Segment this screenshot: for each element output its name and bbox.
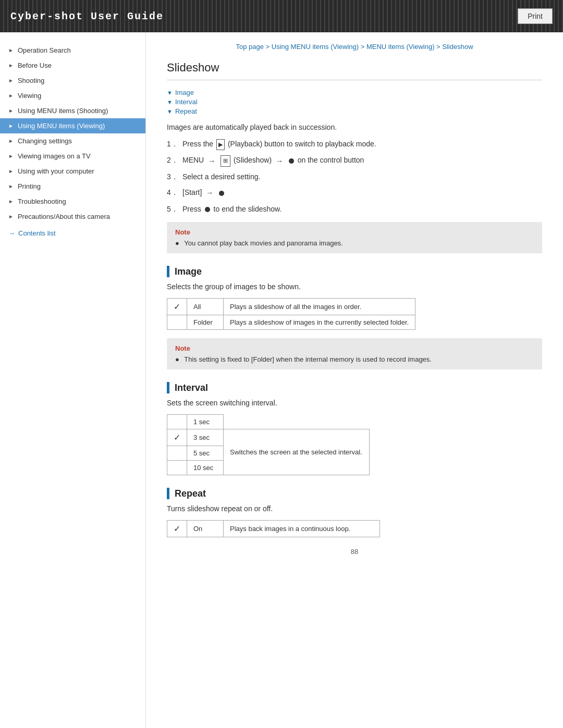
sidebar-item-before-use[interactable]: ►Before Use xyxy=(0,58,145,73)
check-cell xyxy=(167,446,187,461)
page-title: Slideshow xyxy=(167,61,542,80)
breadcrumb-top[interactable]: Top page xyxy=(236,43,264,51)
section-bar xyxy=(167,382,169,393)
print-button[interactable]: Print xyxy=(518,8,553,24)
step-4: 4． [Start] → xyxy=(167,187,542,199)
check-cell xyxy=(167,461,187,475)
header: Cyber-shot User Guide Print xyxy=(0,0,563,32)
arrow-icon: ► xyxy=(8,47,14,53)
sidebar-item-using-menu-items-viewing[interactable]: ►Using MENU items (Viewing) xyxy=(0,118,145,133)
sidebar: ►Operation Search►Before Use►Shooting►Vi… xyxy=(0,32,146,728)
desc-cell: Plays a slideshow of all the images in o… xyxy=(224,299,415,315)
label-cell: 10 sec xyxy=(187,461,224,475)
image-section: Image Selects the group of images to be … xyxy=(167,266,542,369)
arrow-icon: → xyxy=(276,155,283,167)
breadcrumb-slideshow[interactable]: Slideshow xyxy=(442,43,473,51)
sidebar-item-troubleshooting[interactable]: ►Troubleshooting xyxy=(0,194,145,209)
page-number: 88 xyxy=(167,548,542,556)
anchor-repeat[interactable]: ▼ Repeat xyxy=(167,107,542,115)
arrow-icon: ► xyxy=(8,108,14,114)
arrow-icon: ► xyxy=(8,78,14,83)
sidebar-item-operation-search[interactable]: ►Operation Search xyxy=(0,43,145,58)
desc-cell: Plays a slideshow of images in the curre… xyxy=(224,315,415,330)
triangle-icon: ▼ xyxy=(167,108,173,115)
interval-heading: Interval xyxy=(167,382,542,393)
sidebar-item-printing[interactable]: ►Printing xyxy=(0,179,145,194)
sidebar-item-changing-settings[interactable]: ►Changing settings xyxy=(0,133,145,149)
sidebar-item-viewing-images-on-a-tv[interactable]: ►Viewing images on a TV xyxy=(0,149,145,164)
anchor-image[interactable]: ▼ Image xyxy=(167,89,542,96)
breadcrumb-menu-viewing[interactable]: Using MENU items (Viewing) xyxy=(272,43,359,51)
arrow-icon: ► xyxy=(8,214,14,219)
interval-sub-text: Sets the screen switching interval. xyxy=(167,399,542,407)
table-row: Folder Plays a slideshow of images in th… xyxy=(167,315,415,330)
table-row: 1 sec xyxy=(167,415,370,429)
circle-icon xyxy=(205,207,210,212)
arrow-icon: → xyxy=(206,187,213,199)
contents-list-link[interactable]: → Contents list xyxy=(0,224,145,239)
arrow-icon: ► xyxy=(8,168,14,174)
breadcrumb: Top page > Using MENU items (Viewing) > … xyxy=(167,43,542,51)
interval-section: Interval Sets the screen switching inter… xyxy=(167,382,542,475)
circle-icon xyxy=(219,191,224,196)
repeat-section: Repeat Turns slideshow repeat on or off.… xyxy=(167,488,542,537)
note-box-image: Note ● This setting is fixed to [Folder]… xyxy=(167,338,542,369)
triangle-icon: ▼ xyxy=(167,90,173,96)
sidebar-item-shooting[interactable]: ►Shooting xyxy=(0,73,145,88)
note-text-1: ● You cannot play back movies and panora… xyxy=(175,239,534,247)
arrow-icon: ► xyxy=(8,183,14,189)
image-sub-text: Selects the group of images to be shown. xyxy=(167,282,542,291)
label-cell: On xyxy=(187,521,224,537)
desc-cell: Plays back images in a continuous loop. xyxy=(224,521,380,537)
main-content: Top page > Using MENU items (Viewing) > … xyxy=(146,32,563,728)
repeat-table: ✓ On Plays back images in a continuous l… xyxy=(167,520,380,537)
breadcrumb-menu-items[interactable]: MENU items (Viewing) xyxy=(366,43,435,51)
arrow-icon: ► xyxy=(8,123,14,129)
step-3: 3． Select a desired setting. xyxy=(167,171,542,182)
label-cell: 1 sec xyxy=(187,415,224,429)
check-cell: ✓ xyxy=(167,429,187,446)
label-cell: Folder xyxy=(187,315,224,330)
sidebar-item-using-with-your-computer[interactable]: ►Using with your computer xyxy=(0,164,145,179)
label-cell: All xyxy=(187,299,224,315)
arrow-icon: ► xyxy=(8,153,14,159)
repeat-heading: Repeat xyxy=(167,488,542,499)
note-title-image: Note xyxy=(175,344,534,352)
section-bar xyxy=(167,266,169,277)
sidebar-item-precautions/about-this-camera[interactable]: ►Precautions/About this camera xyxy=(0,209,145,224)
note-box-1: Note ● You cannot play back movies and p… xyxy=(167,222,542,253)
sidebar-item-using-menu-items-shooting[interactable]: ►Using MENU items (Shooting) xyxy=(0,103,145,118)
note-text-image: ● This setting is fixed to [Folder] when… xyxy=(175,355,534,363)
step-2: 2． MENU → ⊞ (Slideshow) → on the control… xyxy=(167,154,542,166)
anchor-links: ▼ Image ▼ Interval ▼ Repeat xyxy=(167,89,542,115)
arrow-icon: ► xyxy=(8,199,14,204)
image-heading: Image xyxy=(167,266,542,277)
circle-icon xyxy=(289,158,294,164)
step-1: 1． Press the ▶ (Playback) button to swit… xyxy=(167,138,542,150)
arrow-icon: → xyxy=(208,155,215,167)
check-cell: ✓ xyxy=(167,521,187,537)
label-cell: 5 sec xyxy=(187,446,224,461)
interval-table: 1 sec✓ 3 sec Switches the screen at the … xyxy=(167,414,370,475)
desc-cell: Switches the screen at the selected inte… xyxy=(224,429,370,475)
image-table: ✓ All Plays a slideshow of all the image… xyxy=(167,298,415,330)
section-bar xyxy=(167,488,169,499)
arrow-icon: ► xyxy=(8,63,14,68)
check-cell: ✓ xyxy=(167,299,187,315)
table-row: ✓ On Plays back images in a continuous l… xyxy=(167,521,380,537)
check-cell xyxy=(167,415,187,429)
step-5: 5． Press to end the slideshow. xyxy=(167,203,542,215)
arrow-icon: ► xyxy=(8,138,14,144)
app-title: Cyber-shot User Guide xyxy=(10,10,164,22)
slideshow-icon: ⊞ xyxy=(221,155,230,167)
playback-icon: ▶ xyxy=(216,139,225,151)
repeat-sub-text: Turns slideshow repeat on or off. xyxy=(167,504,542,513)
table-row: ✓ 3 sec Switches the screen at the selec… xyxy=(167,429,370,446)
arrow-right-icon: → xyxy=(8,229,15,237)
sidebar-item-viewing[interactable]: ►Viewing xyxy=(0,88,145,103)
anchor-interval[interactable]: ▼ Interval xyxy=(167,98,542,106)
steps-list: 1． Press the ▶ (Playback) button to swit… xyxy=(167,138,542,215)
label-cell: 3 sec xyxy=(187,429,224,446)
note-title-1: Note xyxy=(175,228,534,236)
arrow-icon: ► xyxy=(8,93,14,98)
